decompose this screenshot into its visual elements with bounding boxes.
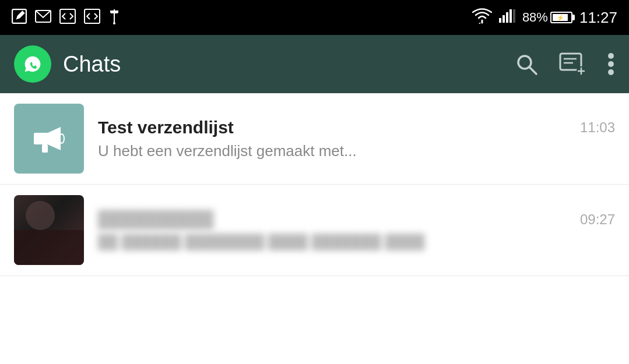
mail-icon	[35, 10, 51, 26]
nav-actions	[515, 52, 615, 76]
chat-item[interactable]: ██████████ 09:27 ██ ██████ ████████ ████…	[0, 185, 629, 276]
chat-time: 09:27	[580, 211, 615, 228]
svg-rect-9	[499, 18, 501, 23]
svg-rect-7	[115, 10, 118, 13]
svg-point-24	[608, 61, 614, 67]
chat-header: ██████████ 09:27	[98, 210, 615, 229]
chat-preview: U hebt een verzendlijst gemaakt met...	[98, 142, 615, 160]
signal-icon	[499, 9, 515, 26]
chat-preview: ██ ██████ ████████ ████ ███████ ████	[98, 234, 615, 250]
code1-icon	[59, 9, 76, 27]
status-bar-right: 88% ⚡ 11:27	[472, 8, 617, 27]
charging-icon: ⚡	[557, 15, 564, 21]
code2-icon	[84, 9, 100, 27]
svg-point-8	[113, 22, 115, 24]
battery-indicator: 88% ⚡	[522, 10, 572, 25]
svg-point-25	[608, 69, 614, 75]
battery-icon: ⚡	[550, 12, 572, 23]
wifi-icon	[472, 8, 492, 27]
svg-rect-11	[506, 12, 508, 23]
search-button[interactable]	[515, 52, 538, 76]
chat-name: Test verzendlijst	[98, 118, 234, 137]
chat-content: ██████████ 09:27 ██ ██████ ████████ ████…	[98, 210, 615, 250]
status-bar-left	[12, 8, 120, 27]
svg-rect-6	[110, 10, 114, 13]
status-time: 11:27	[579, 9, 617, 27]
chat-content: Test verzendlijst 11:03 U hebt een verze…	[98, 118, 615, 160]
chat-time: 11:03	[580, 119, 615, 136]
broadcast-avatar	[14, 104, 84, 174]
status-bar: 88% ⚡ 11:27	[0, 0, 629, 35]
new-chat-button[interactable]	[559, 52, 586, 76]
svg-rect-27	[34, 133, 38, 144]
contact-avatar	[14, 195, 84, 265]
chat-list: Test verzendlijst 11:03 U hebt een verze…	[0, 93, 629, 364]
svg-marker-26	[37, 127, 61, 150]
page-title: Chats	[63, 52, 515, 77]
navigation-bar: Chats	[0, 35, 629, 93]
svg-rect-17	[560, 54, 581, 70]
battery-percentage: 88%	[522, 10, 548, 25]
svg-line-16	[529, 67, 536, 74]
svg-rect-10	[503, 15, 505, 23]
chat-name: ██████████	[98, 210, 213, 229]
svg-rect-12	[509, 9, 512, 23]
svg-rect-13	[513, 9, 515, 23]
svg-point-23	[608, 53, 614, 59]
edit-icon	[12, 9, 27, 27]
chat-item[interactable]: Test verzendlijst 11:03 U hebt een verze…	[0, 93, 629, 185]
svg-rect-28	[42, 144, 48, 153]
chat-header: Test verzendlijst 11:03	[98, 118, 615, 137]
menu-button[interactable]	[607, 52, 615, 76]
usb-icon	[108, 8, 120, 27]
whatsapp-logo	[14, 45, 51, 83]
